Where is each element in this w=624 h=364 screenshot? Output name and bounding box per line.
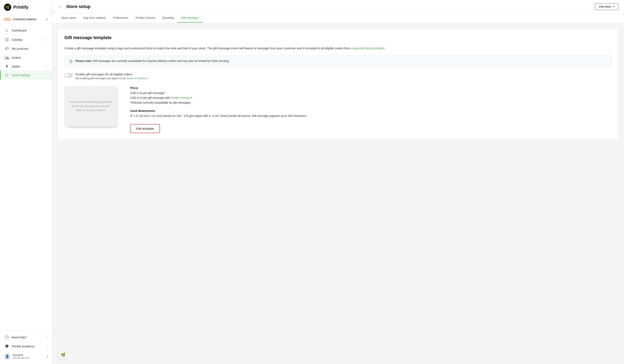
preview-section: This text will be automatically populate… [64,86,612,133]
sidebar-item-label: Dashboard [12,29,48,32]
svg-point-4 [8,59,8,59]
dimensions-label: Card dimensions: [130,109,307,112]
supported-providers-link[interactable]: supported print providers. [351,47,385,50]
toggle-label: Enable gift messages for all eligible or… [76,73,149,76]
sidebar-item-need-help[interactable]: ? Need help? › [0,333,52,341]
svg-point-5 [6,75,7,76]
visit-store-label: Visit store [599,5,611,8]
brand-name: Printify [13,5,28,10]
tab-ship-from[interactable]: Ship from address [79,13,109,23]
help-icon: ? [5,335,9,339]
card-details: Price: USD 0.15 per gift message* USD 0.… [130,86,307,133]
page-title: Store setup [66,4,90,9]
tab-branding[interactable]: Branding [159,13,177,23]
chevron-right-icon: › [47,355,48,358]
nav-section: ⌂ Dashboard ◫ Catalog › 🏷 My products [0,24,52,331]
toggle-row: Enable gift messages for all eligible or… [64,73,612,80]
sidebar-item-label: Orders [12,56,48,59]
tab-printify-connect[interactable]: Printify Connect [132,13,159,23]
account-info: Account john@mail.com [13,353,45,359]
price-label: Price: [130,86,307,90]
graduation-icon: 🎓 [5,344,9,348]
gift-messages-toggle[interactable] [64,73,73,78]
fab-icon: 🌿 [61,352,66,357]
toggle-sublabel: By enabling gift messages you agree to o… [76,77,149,80]
back-arrow-icon: ← [59,4,63,9]
sidebar-item-store-settings[interactable]: Store settings [0,71,52,80]
external-link-icon: ↗ [612,5,615,8]
store-platform-badge: Etsy [4,18,11,21]
gift-card-image: This text will be automatically populate… [64,86,117,126]
settings-icon [5,73,9,77]
tag-icon: 🏷 [5,47,9,51]
card-shadow [68,126,117,128]
svg-rect-2 [5,57,7,59]
dimensions-text: 6" x 4" (15.2cm x 10.1cm) printed on 150… [130,114,307,119]
printify-premium-link[interactable]: Printify Premium [171,96,191,99]
tab-preferences[interactable]: Preferences [109,13,132,23]
truck-icon [5,55,9,60]
card-preview: This text will be automatically populate… [64,86,121,128]
brand-logo-icon: 🌿 [4,4,11,11]
store-name-label: CustomCreations [13,17,44,21]
description-text: Create a gift message template using a l… [64,46,612,51]
back-button[interactable]: ← [58,4,63,10]
sidebar-item-label: My products [12,47,48,50]
sidebar: 🌿 Printify Etsy CustomCreations ∨ ⌂ Dash… [0,0,52,364]
user-icon: 👤 [5,355,9,358]
account-email: john@mail.com [13,357,45,359]
external-icon: ↗ [147,77,149,80]
toggle-knob [65,73,69,77]
sidebar-item-label: Catalog [12,38,44,41]
sidebar-item-label: Printify Academy [12,344,44,348]
sidebar-item-catalog[interactable]: ◫ Catalog › [0,35,52,44]
chevron-right-icon: › [47,65,48,68]
sidebar-item-label: Wallet [12,65,44,68]
note-text: Please note: Gift messages are currently… [76,59,230,63]
note-box: ℹ Please note: Gift messages are current… [64,55,612,67]
content-area: Gift message template Create a gift mess… [52,23,624,364]
avatar: 👤 [4,353,10,360]
chevron-right-icon: › [47,345,48,348]
chevron-right-icon: › [47,38,48,41]
content-card: Gift message template Create a gift mess… [58,28,618,140]
edit-template-button[interactable]: Edit template [130,124,160,133]
sidebar-item-academy[interactable]: 🎓 Printify Academy › [0,341,52,351]
main-content: ← Store setup Visit store ↗ Store name S… [52,0,624,364]
sidebar-bottom: ? Need help? › 🎓 Printify Academy › 👤 Ac… [0,331,52,364]
svg-text:🌿: 🌿 [5,5,10,9]
sidebar-collapse-button[interactable]: ‹ [49,8,55,14]
chevron-right-icon: › [47,336,48,339]
account-name: Account [13,353,45,357]
chevron-down-icon: ∨ [46,18,48,21]
account-item[interactable]: 👤 Account john@mail.com › [0,351,52,362]
dimensions-group: Card dimensions: 6" x 4" (15.2cm x 10.1c… [130,109,307,119]
tos-link[interactable]: Terms of Service ↗ [126,77,149,80]
main-header: ← Store setup Visit store ↗ [52,0,624,13]
bottom-fab-button[interactable]: 🌿 [59,350,67,359]
header-left: ← Store setup [58,4,90,10]
sidebar-item-label: Store settings [12,73,48,77]
pricing-group: Price: USD 0.15 per gift message* USD 0.… [130,86,307,105]
catalog-icon: ◫ [5,37,9,42]
info-icon: ℹ [69,59,73,64]
chevron-left-icon: ‹ [52,10,52,13]
sidebar-item-wallet[interactable]: $ Wallet › [0,62,52,71]
sidebar-item-orders[interactable]: Orders [0,53,52,62]
home-icon: ⌂ [5,28,9,32]
tabs-bar: Store name Ship from address Preferences… [52,13,624,23]
visit-store-button[interactable]: Visit store ↗ [595,3,618,10]
wallet-icon: $ [5,65,9,68]
toggle-info: Enable gift messages for all eligible or… [76,73,149,80]
section-title: Gift message template [64,35,612,40]
price-text: USD 0.15 per gift message* USD 0.10 per … [130,91,307,105]
tab-gift-messages[interactable]: Gift messages [177,13,203,23]
svg-point-3 [5,59,6,59]
card-preview-text: This text will be automatically populate… [64,96,117,116]
sidebar-item-dashboard[interactable]: ⌂ Dashboard [0,26,52,35]
sidebar-item-my-products[interactable]: 🏷 My products [0,44,52,53]
logo-area: 🌿 Printify [0,0,52,15]
tab-store-name[interactable]: Store name [58,13,79,23]
store-selector[interactable]: Etsy CustomCreations ∨ [0,15,52,24]
sidebar-item-label: Need help? [11,336,44,339]
